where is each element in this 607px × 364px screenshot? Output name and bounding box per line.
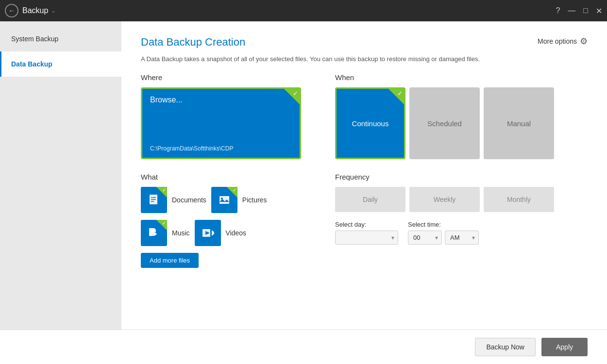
close-icon[interactable]: ✕ bbox=[596, 6, 602, 16]
pictures-label: Pictures bbox=[242, 196, 267, 204]
documents-label: Documents bbox=[172, 196, 206, 204]
time-ampm-dropdown[interactable]: AM PM bbox=[445, 231, 479, 245]
where-card[interactable]: Browse... C:\ProgramData\Softthinks\CDP bbox=[141, 87, 301, 159]
restore-icon[interactable]: □ bbox=[583, 6, 588, 15]
documents-svg bbox=[147, 193, 161, 207]
what-label: What bbox=[141, 173, 316, 181]
bottom-bar: Backup Now Apply bbox=[0, 330, 607, 364]
time-hour-dropdown[interactable]: 00 01 02 03 bbox=[408, 231, 442, 245]
videos-icon-box bbox=[195, 220, 221, 246]
where-path: C:\ProgramData\Softthinks\CDP bbox=[150, 145, 292, 152]
music-svg bbox=[147, 226, 161, 240]
when-card-scheduled[interactable]: Scheduled bbox=[409, 87, 480, 159]
file-type-music[interactable]: Music bbox=[141, 220, 190, 246]
svg-rect-4 bbox=[219, 196, 229, 204]
where-section: Where Browse... C:\ProgramData\Softthink… bbox=[141, 73, 316, 159]
content-columns: Where Browse... C:\ProgramData\Softthink… bbox=[141, 73, 588, 281]
videos-svg bbox=[201, 226, 215, 240]
left-column: Where Browse... C:\ProgramData\Softthink… bbox=[141, 73, 316, 281]
svg-marker-11 bbox=[212, 230, 214, 236]
when-card-manual[interactable]: Manual bbox=[484, 87, 554, 159]
add-more-files-button[interactable]: Add more files bbox=[141, 253, 199, 268]
freq-weekly[interactable]: Weekly bbox=[409, 187, 480, 212]
frequency-cards: Daily Weekly Monthly bbox=[335, 187, 588, 212]
sidebar-item-data-backup[interactable]: Data Backup bbox=[0, 51, 121, 77]
file-type-videos[interactable]: Videos bbox=[195, 220, 247, 246]
app-title: Backup bbox=[22, 6, 48, 15]
when-cards: Continuous Scheduled Manual bbox=[335, 87, 588, 159]
minimize-icon[interactable]: — bbox=[568, 6, 575, 15]
svg-point-8 bbox=[150, 234, 152, 236]
select-time-group: Select time: 00 01 02 03 bbox=[408, 221, 479, 245]
select-day-label: Select day: bbox=[335, 221, 398, 228]
help-icon[interactable]: ? bbox=[556, 6, 560, 15]
frequency-section: Frequency Daily Weekly Monthly bbox=[335, 173, 588, 245]
right-column: When Continuous Scheduled Manual bbox=[335, 73, 588, 281]
titlebar: ← Backup ⌄ ? — □ ✕ bbox=[0, 0, 607, 21]
window-controls: ? — □ ✕ bbox=[556, 6, 602, 16]
backup-now-button[interactable]: Backup Now bbox=[475, 338, 536, 356]
continuous-checkmark bbox=[388, 89, 404, 104]
music-icon-box bbox=[141, 220, 167, 246]
content-area: Data Backup Creation More options ⚙ A Da… bbox=[121, 21, 607, 330]
documents-icon-box bbox=[141, 187, 167, 213]
sidebar: System Backup Data Backup bbox=[0, 21, 121, 330]
where-label: Where bbox=[141, 73, 316, 82]
page-description: A Data Backup takes a snapshot of all of… bbox=[141, 55, 588, 63]
music-label: Music bbox=[172, 229, 190, 237]
more-options-button[interactable]: More options ⚙ bbox=[538, 36, 588, 47]
pictures-icon-box bbox=[211, 187, 237, 213]
pictures-svg bbox=[218, 193, 231, 207]
freq-daily[interactable]: Daily bbox=[335, 187, 405, 212]
time-controls: 00 01 02 03 AM PM bbox=[408, 231, 479, 245]
gear-icon: ⚙ bbox=[580, 36, 588, 47]
time-hour-wrapper: 00 01 02 03 bbox=[408, 231, 442, 245]
browse-label: Browse... bbox=[150, 96, 292, 104]
content-header: Data Backup Creation More options ⚙ bbox=[141, 36, 588, 49]
title-chevron: ⌄ bbox=[51, 7, 56, 14]
frequency-label: Frequency bbox=[335, 173, 588, 181]
back-button[interactable]: ← bbox=[5, 4, 18, 17]
sidebar-item-system-backup[interactable]: System Backup bbox=[0, 26, 121, 51]
when-card-continuous[interactable]: Continuous bbox=[335, 87, 405, 159]
select-day-dropdown[interactable]: Monday Tuesday Wednesday Thursday Friday… bbox=[335, 231, 398, 245]
file-type-pictures[interactable]: Pictures bbox=[211, 187, 267, 213]
select-row: Select day: Monday Tuesday Wednesday Thu… bbox=[335, 221, 588, 245]
videos-label: Videos bbox=[226, 229, 247, 237]
apply-button[interactable]: Apply bbox=[541, 338, 588, 356]
select-day-wrapper: Monday Tuesday Wednesday Thursday Friday… bbox=[335, 231, 398, 245]
file-types-list-row2: Music Videos bbox=[141, 220, 316, 246]
time-ampm-wrapper: AM PM bbox=[445, 231, 479, 245]
more-options-label: More options bbox=[538, 37, 577, 45]
file-type-documents[interactable]: Documents bbox=[141, 187, 206, 213]
select-day-group: Select day: Monday Tuesday Wednesday Thu… bbox=[335, 221, 398, 245]
what-section: What bbox=[141, 173, 316, 268]
freq-monthly[interactable]: Monthly bbox=[484, 187, 554, 212]
main-layout: System Backup Data Backup Data Backup Cr… bbox=[0, 21, 607, 330]
file-types-list: Documents Pictures bbox=[141, 187, 316, 213]
when-section: When Continuous Scheduled Manual bbox=[335, 73, 588, 159]
page-title: Data Backup Creation bbox=[141, 36, 245, 49]
select-time-label: Select time: bbox=[408, 221, 479, 228]
svg-point-9 bbox=[154, 233, 157, 235]
when-label: When bbox=[335, 73, 588, 82]
